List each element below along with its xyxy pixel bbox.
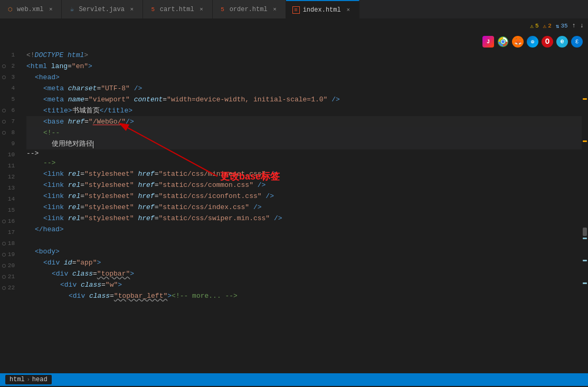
code-line-11: <link rel="stylesheet" href="static/css/… <box>26 168 582 180</box>
code-line-9: 使用绝对路径 <box>26 138 582 149</box>
edge-icon[interactable]: ε <box>571 36 583 48</box>
breadcrumb-chevron: › <box>27 377 30 383</box>
tab-label: Servlet.java <box>79 6 124 13</box>
breadcrumb: html › head <box>5 375 52 384</box>
safari-icon[interactable]: ⊕ <box>527 36 538 48</box>
code-line-10: --> <box>26 157 582 168</box>
jetbrains-icon[interactable]: J <box>482 36 494 48</box>
breadcrumb-head: head <box>32 376 48 383</box>
code-line-21: <div class="w"> <box>26 279 582 290</box>
chrome-icon[interactable] <box>497 36 509 48</box>
html-icon-order: 5 <box>219 6 226 13</box>
tab-order-html[interactable]: 5 order.html × <box>213 0 286 19</box>
code-line-17 <box>26 235 582 246</box>
tab-close-servlet[interactable]: × <box>128 5 136 14</box>
status-bar: html › head <box>0 373 588 386</box>
code-line-7: <base href="/WebGo/"/> <box>26 116 582 127</box>
firefox-icon[interactable]: 🦊 <box>512 36 524 48</box>
html-icon-cart: 5 <box>149 6 157 13</box>
code-line-5: <meta name="viewport" content="width=dev… <box>26 94 582 105</box>
ie-icon[interactable]: e <box>556 36 568 48</box>
scroll-mark-5 <box>583 282 587 284</box>
warning-icon-1: ⚠ <box>530 23 534 30</box>
scroll-thumb[interactable] <box>583 228 587 236</box>
tab-close-cart[interactable]: × <box>197 5 206 14</box>
tab-close-index[interactable]: × <box>344 6 353 14</box>
toolbar-right: ⚠ 5 ⚠ 2 ⇅ 35 ↑ ↓ <box>530 22 584 30</box>
code-line-20: <div class="topbar"> <box>26 268 582 279</box>
warning-badge-5: ⚠ 5 <box>530 23 538 30</box>
tab-cart-html[interactable]: 5 cart.html × <box>143 0 213 19</box>
scroll-mark-3 <box>583 238 587 239</box>
scroll-mark-2 <box>583 140 587 142</box>
editor: 1 2 3 4 5 6 7 8 9 10 11 12 13 14 15 16 1… <box>0 50 588 373</box>
code-line-12: <link rel="stylesheet" href="static/css/… <box>26 180 582 191</box>
code-line-16: </head> <box>26 224 582 235</box>
tab-web-xml[interactable]: ⬡ web.xml × <box>0 0 62 19</box>
warning-badge-2: ⚠ 2 <box>543 23 552 30</box>
code-line-19: <div id="app"> <box>26 257 582 268</box>
nav-icon: ⇅ <box>556 23 559 30</box>
code-line-1: <!DOCTYPE html> <box>26 50 582 61</box>
nav-count: ⇅ 35 <box>556 23 568 30</box>
code-line-13: <link rel="stylesheet" href="static/css/… <box>26 191 582 202</box>
line-numbers: 1 2 3 4 5 6 7 8 9 10 11 12 13 14 15 16 1… <box>0 50 22 373</box>
svg-point-3 <box>501 40 505 43</box>
tab-label: index.html <box>303 6 341 14</box>
code-line-2: <html lang="en"> <box>26 61 582 72</box>
tab-label: order.html <box>230 6 268 13</box>
java-icon: ☕ <box>68 6 75 13</box>
scroll-mark-1 <box>583 98 587 100</box>
breadcrumb-html: html <box>10 376 25 383</box>
opera-icon[interactable]: O <box>542 36 553 48</box>
code-area[interactable]: <!DOCTYPE html> <html lang="en"> <head> … <box>22 50 582 373</box>
nav-down-button[interactable]: ↓ <box>580 22 584 30</box>
code-line-14: <link rel="stylesheet" href="static/css/… <box>26 202 582 213</box>
xml-icon: ⬡ <box>6 6 14 13</box>
tab-bar: ⬡ web.xml × ☕ Servlet.java × 5 cart.html… <box>0 0 588 19</box>
html-icon-index: ≡ <box>292 6 300 14</box>
tab-label: cart.html <box>160 6 194 13</box>
browser-icons-row: J 🦊 ⊕ O e ε <box>0 33 588 50</box>
toolbar: ⚠ 5 ⚠ 2 ⇅ 35 ↑ ↓ <box>0 19 588 33</box>
tab-index-html[interactable]: ≡ index.html × <box>286 0 359 19</box>
code-line-8: <!-- <box>26 127 582 138</box>
code-line-3: <head> <box>26 72 582 83</box>
code-line-22: <div class="topbar_left"><!-- more... --… <box>26 290 582 301</box>
code-line-15: <link rel="stylesheet" href="static/css/… <box>26 213 582 224</box>
tab-label: web.xml <box>17 6 43 13</box>
code-line-18: <body> <box>26 246 582 257</box>
scroll-mark-4 <box>583 260 587 261</box>
tab-servlet-java[interactable]: ☕ Servlet.java × <box>62 0 143 19</box>
code-line-4: <meta charset="UTF-8" /> <box>26 83 582 94</box>
nav-up-button[interactable]: ↑ <box>572 22 576 30</box>
scrollbar[interactable] <box>582 50 588 373</box>
warning-icon-2: ⚠ <box>543 23 547 30</box>
tab-close-web-xml[interactable]: × <box>46 5 55 14</box>
tab-close-order[interactable]: × <box>271 5 279 14</box>
code-line-6: <title>书城首页</title> <box>26 105 582 116</box>
